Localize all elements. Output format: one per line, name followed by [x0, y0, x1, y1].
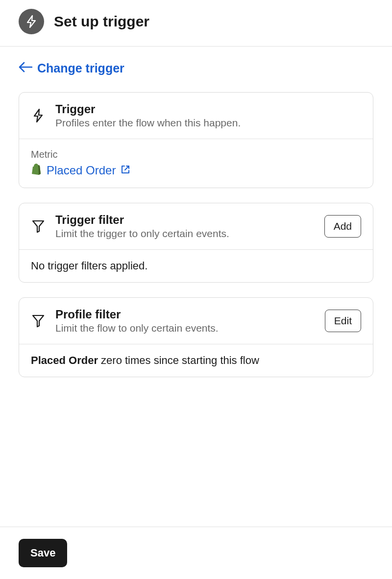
- trigger-card-body: Metric Placed Order: [19, 139, 373, 188]
- trigger-filter-body-text: No trigger filters applied.: [31, 260, 361, 272]
- metric-label: Metric: [31, 149, 361, 160]
- filter-icon: [31, 314, 46, 328]
- content-area: Change trigger Trigger Profiles enter th…: [0, 47, 392, 527]
- profile-filter-body-bold: Placed Order: [31, 354, 98, 366]
- metric-link[interactable]: Placed Order: [31, 163, 361, 178]
- trigger-card-subtitle: Profiles enter the flow when this happen…: [55, 117, 361, 129]
- shopify-icon: [31, 163, 42, 178]
- profile-filter-title: Profile filter: [55, 308, 315, 321]
- profile-filter-body-text: Placed Order zero times since starting t…: [31, 354, 361, 367]
- trigger-card-title: Trigger: [55, 102, 361, 116]
- profile-filter-card: Profile filter Limit the flow to only ce…: [19, 297, 373, 377]
- trigger-filter-card: Trigger filter Limit the trigger to only…: [19, 203, 373, 283]
- add-trigger-filter-button[interactable]: Add: [324, 215, 361, 238]
- lightning-icon: [19, 9, 44, 34]
- save-button[interactable]: Save: [19, 539, 67, 567]
- trigger-filter-title: Trigger filter: [55, 213, 315, 227]
- trigger-filter-card-header: Trigger filter Limit the trigger to only…: [19, 203, 373, 249]
- profile-filter-body-rest: zero times since starting this flow: [98, 354, 259, 366]
- arrow-left-icon: [19, 61, 32, 75]
- profile-filter-card-body: Placed Order zero times since starting t…: [19, 344, 373, 377]
- trigger-card-header: Trigger Profiles enter the flow when thi…: [19, 93, 373, 139]
- page-header: Set up trigger: [0, 0, 392, 46]
- external-link-icon: [121, 164, 130, 177]
- metric-value: Placed Order: [47, 164, 116, 177]
- footer: Save: [0, 527, 392, 579]
- page-title: Set up trigger: [54, 13, 149, 30]
- trigger-card: Trigger Profiles enter the flow when thi…: [19, 92, 373, 188]
- profile-filter-card-header: Profile filter Limit the flow to only ce…: [19, 298, 373, 344]
- filter-icon: [31, 219, 46, 233]
- edit-profile-filter-button[interactable]: Edit: [325, 310, 361, 332]
- change-trigger-link[interactable]: Change trigger: [19, 61, 373, 75]
- profile-filter-subtitle: Limit the flow to only certain events.: [55, 322, 315, 334]
- lightning-icon: [31, 108, 46, 123]
- trigger-filter-subtitle: Limit the trigger to only certain events…: [55, 228, 315, 240]
- change-trigger-label: Change trigger: [37, 61, 124, 75]
- trigger-filter-card-body: No trigger filters applied.: [19, 249, 373, 282]
